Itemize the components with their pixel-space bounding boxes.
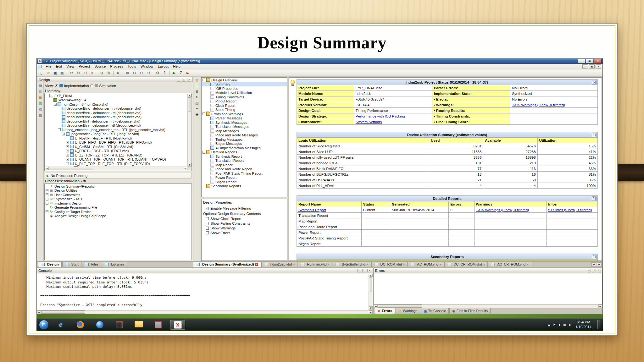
save-all-icon[interactable]: ▣ <box>59 70 65 76</box>
tabs-scroll-right-button[interactable]: ► <box>597 262 602 267</box>
zoom-out-icon[interactable]: ⊖ <box>131 70 138 76</box>
errors-hscrollbar[interactable]: ◄► <box>374 304 602 308</box>
menu-help[interactable]: Help <box>171 64 183 69</box>
console-hscrollbar[interactable]: ◄► <box>37 310 373 314</box>
checkbox[interactable] <box>206 222 209 225</box>
document-tab[interactable]: Design Summary (Synthesized)× <box>193 262 261 267</box>
checkbox[interactable]: ✓ <box>206 207 209 210</box>
tree-item[interactable]: debouncerBtnr - debouncer - rtl (debounc… <box>45 123 187 128</box>
new-file-icon[interactable]: ▯ <box>38 70 45 76</box>
mdi-minimize-button[interactable]: – <box>582 64 588 69</box>
checkbox[interactable] <box>206 217 209 220</box>
matlab-icon[interactable] <box>112 320 127 330</box>
collapse-button[interactable]: [-] <box>592 80 597 85</box>
tree-item[interactable]: +U_FDCT - FDCT - RTL (FDCT.vhd) <box>45 149 187 153</box>
menu-project[interactable]: Project <box>76 64 92 69</box>
help-icon[interactable]: ? <box>161 70 168 76</box>
file-explorer-icon[interactable] <box>131 320 146 330</box>
run-icon[interactable]: ▶ <box>171 70 177 76</box>
expander-icon[interactable]: - <box>54 103 57 106</box>
tree-item[interactable]: Place and Route Messages <box>202 133 287 138</box>
panel-tab-start[interactable]: Start <box>62 262 81 267</box>
sources-view-icon[interactable]: ▤ <box>39 84 42 87</box>
menu-window[interactable]: Window <box>138 64 156 69</box>
tree-item[interactable]: Place and Route Report <box>202 167 287 172</box>
collapse-button[interactable]: [-] <box>592 133 597 137</box>
collapse-button[interactable]: [-] <box>592 255 597 259</box>
report-row[interactable]: Power Report <box>297 230 598 235</box>
snapshots-view-icon[interactable]: ▧ <box>39 102 42 105</box>
utilization-row[interactable]: Number of PLL_ADVs44100% <box>297 183 598 189</box>
expander-icon[interactable]: - <box>203 151 205 154</box>
panel-tab-libraries[interactable]: Libraries <box>102 262 127 267</box>
report-infos-link[interactable]: 517 Infos (9 new, 0 filtered) <box>548 208 592 212</box>
expander-icon[interactable]: - <box>203 79 205 81</box>
save-icon[interactable]: ▣ <box>52 70 58 76</box>
tree-item[interactable]: Static Timing <box>202 108 287 112</box>
close-tab-icon[interactable]: × <box>255 263 258 266</box>
view-radio-implementation[interactable] <box>55 84 58 87</box>
document-tab[interactable]: AC_ROM.vhd× <box>408 262 444 267</box>
tree-item[interactable]: IOB Properties <box>202 86 287 91</box>
tree-item[interactable]: Power Report <box>202 176 287 180</box>
status-value-link[interactable]: Performance with IOB Packing <box>356 114 405 118</box>
panel-tab-design[interactable]: Design <box>38 262 62 267</box>
console-view-icon[interactable]: ▨ <box>39 108 42 111</box>
panel-float-button[interactable]: ↔ <box>587 269 591 272</box>
utilization-row[interactable]: Number of Slice LUTs113532728841% <box>297 149 598 155</box>
utilization-row[interactable]: Number of Slice Registers82015457615% <box>297 143 598 149</box>
open-folder-icon[interactable]: ▱ <box>45 70 52 76</box>
find-icon[interactable]: ◉ <box>196 112 199 116</box>
tree-item[interactable]: Timing Constraints <box>202 95 287 99</box>
tree-item[interactable]: Parser Messages <box>202 116 287 121</box>
tree-item[interactable]: debouncerBtnu - debouncer - rtl (debounc… <box>45 111 187 115</box>
tree-item[interactable]: Module Level Utilization <box>202 91 287 95</box>
document-tab[interactable]: Huffman.vhd× <box>298 262 332 267</box>
tree-item[interactable]: +↻⚠Synthesize - XST <box>45 197 191 201</box>
copy-icon[interactable]: ⊡ <box>75 70 82 76</box>
show-desktop-button[interactable] <box>597 320 600 329</box>
panel-restore-button[interactable]: □ <box>592 269 596 272</box>
sigma-icon[interactable]: Σ <box>178 70 184 76</box>
expander-icon[interactable]: + <box>46 189 48 192</box>
utilization-row[interactable]: Number of fully used LUT-FF pairs3656158… <box>297 155 598 160</box>
panel-float-button[interactable]: ↔ <box>357 269 361 272</box>
menu-tools[interactable]: Tools <box>125 64 138 69</box>
tree-item[interactable]: +▤User Constraints <box>45 193 191 197</box>
media-player-icon[interactable] <box>92 320 107 330</box>
panel-restore-button[interactable]: □ <box>182 78 186 82</box>
minimize-button[interactable]: – <box>578 59 585 63</box>
checkbox[interactable] <box>206 231 209 234</box>
expander-icon[interactable]: + <box>66 145 69 148</box>
scrollbar-thumb[interactable] <box>188 97 191 112</box>
expander-icon[interactable]: + <box>66 154 69 156</box>
document-tab[interactable]: DC_CR_ROM.vhd× <box>444 262 488 267</box>
document-tab[interactable]: DC_ROM.vhd× <box>371 262 408 267</box>
vertical-scrollbar[interactable]: ▲▼ <box>369 274 372 310</box>
launch-icon[interactable]: ► <box>185 70 191 76</box>
tree-item[interactable]: Timing Messages <box>202 137 287 142</box>
document-tab[interactable]: AC_CR_ROM.vhd× <box>488 262 531 267</box>
power-icon[interactable]: ▮ <box>559 323 561 326</box>
tree-item[interactable]: +U_QUANT_TOP - QUANT_TOP - RTL (QUANT_TO… <box>45 157 187 162</box>
utilization-row[interactable]: Number of Block RAM/FIFO7711666% <box>297 166 598 172</box>
internet-explorer-icon[interactable] <box>53 320 68 330</box>
expander-icon[interactable]: - <box>66 162 69 165</box>
scrollbar-thumb[interactable] <box>378 304 422 308</box>
expander-icon[interactable]: - <box>62 133 65 135</box>
collapse-button[interactable]: [-] <box>592 196 597 201</box>
zoom-in-icon[interactable]: ⊕ <box>124 70 131 76</box>
undo-icon[interactable]: ↺ <box>98 70 105 76</box>
close-tab-icon[interactable]: × <box>527 263 528 266</box>
expander-icon[interactable]: + <box>66 141 69 144</box>
expander-icon[interactable]: + <box>46 202 48 205</box>
tree-item[interactable]: FYP_FINAL <box>45 94 187 98</box>
status-value-link[interactable]: System Settings <box>356 120 382 124</box>
close-tab-icon[interactable]: × <box>403 263 405 266</box>
firefox-icon[interactable] <box>73 320 88 330</box>
tree-item[interactable]: debouncerBtnd - debouncer - rtl (debounc… <box>45 115 187 119</box>
tray-expand-icon[interactable]: ▲ <box>548 323 550 326</box>
tree-item[interactable]: Secondary Reports <box>202 184 287 189</box>
panel-tab-files[interactable]: Files <box>82 262 101 267</box>
document-tab[interactable]: hdmi2usb.vhd× <box>261 262 298 267</box>
